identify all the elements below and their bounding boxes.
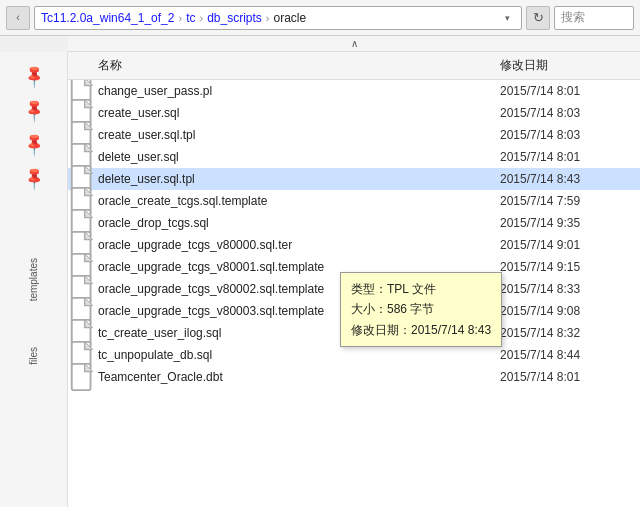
column-header: 名称 修改日期 [68,52,640,80]
tooltip-size-label: 大小： [351,302,387,316]
search-box[interactable]: 搜索 [554,6,634,30]
breadcrumb-sep-0: › [178,12,182,24]
sidebar-label-files: files [28,347,39,365]
tooltip-type-label: 类型： [351,282,387,296]
sort-indicator-row: ∧ [68,36,640,52]
breadcrumb-item-0[interactable]: Tc11.2.0a_win64_1_of_2 [41,11,174,25]
refresh-button[interactable]: ↻ [526,6,550,30]
table-row[interactable]: oracle_create_tcgs.sql.template 2015/7/1… [68,190,640,212]
file-date: 2015/7/14 9:01 [500,238,640,252]
breadcrumb-sep-2: › [266,12,270,24]
file-name: create_user.sql [98,106,500,120]
main-layout: 📌 📌 📌 📌 templates files 名称 修改日期 change_u… [0,52,640,507]
file-area[interactable]: 名称 修改日期 change_user_pass.pl 2015/7/14 8:… [68,52,640,507]
sidebar-label-templates: templates [28,258,39,301]
file-date: 2015/7/14 8:03 [500,128,640,142]
tooltip-type-value: TPL 文件 [387,282,436,296]
col-header-date[interactable]: 修改日期 [500,57,640,74]
table-row[interactable]: tc_unpopulate_db.sql 2015/7/14 8:44 [68,344,640,366]
table-row[interactable]: delete_user.sql 2015/7/14 8:01 [68,146,640,168]
breadcrumb-item-1[interactable]: tc [186,11,195,25]
tooltip-date: 修改日期：2015/7/14 8:43 [351,320,491,340]
file-name: tc_unpopulate_db.sql [98,348,500,362]
tooltip-date-label: 修改日期： [351,323,411,337]
file-date: 2015/7/14 8:01 [500,150,640,164]
table-row[interactable]: Teamcenter_Oracle.dbt 2015/7/14 8:01 [68,366,640,388]
table-row[interactable]: create_user.sql.tpl 2015/7/14 8:03 [68,124,640,146]
file-icon [68,362,98,392]
file-name: change_user_pass.pl [98,84,500,98]
file-date: 2015/7/14 8:44 [500,348,640,362]
table-row[interactable]: change_user_pass.pl 2015/7/14 8:01 [68,80,640,102]
file-date: 2015/7/14 9:15 [500,260,640,274]
address-bar[interactable]: Tc11.2.0a_win64_1_of_2 › tc › db_scripts… [34,6,522,30]
table-row[interactable]: delete_user.sql.tpl 2015/7/14 8:43 [68,168,640,190]
tooltip-size: 大小：586 字节 [351,299,491,319]
sidebar: 📌 📌 📌 📌 templates files [0,52,68,507]
file-date: 2015/7/14 8:43 [500,172,640,186]
table-row[interactable]: oracle_upgrade_tcgs_v80000.sql.ter 2015/… [68,234,640,256]
pin-icon-3[interactable]: 📌 [14,158,54,198]
top-bar: ‹ Tc11.2.0a_win64_1_of_2 › tc › db_scrip… [0,0,640,36]
file-name: delete_user.sql.tpl [98,172,500,186]
col-header-name[interactable]: 名称 [68,57,500,74]
breadcrumb-current: oracle [274,11,307,25]
file-name: oracle_create_tcgs.sql.template [98,194,500,208]
file-date: 2015/7/14 8:32 [500,326,640,340]
table-row[interactable]: oracle_drop_tcgs.sql 2015/7/14 9:35 [68,212,640,234]
file-date: 2015/7/14 9:35 [500,216,640,230]
file-name: oracle_drop_tcgs.sql [98,216,500,230]
table-row[interactable]: create_user.sql 2015/7/14 8:03 [68,102,640,124]
file-tooltip: 类型：TPL 文件 大小：586 字节 修改日期：2015/7/14 8:43 [340,272,502,347]
sort-arrow-icon: ∧ [351,35,358,53]
tooltip-date-value: 2015/7/14 8:43 [411,323,491,337]
file-name: create_user.sql.tpl [98,128,500,142]
back-button[interactable]: ‹ [6,6,30,30]
tooltip-size-value: 586 字节 [387,302,434,316]
tooltip-type: 类型：TPL 文件 [351,279,491,299]
file-date: 2015/7/14 8:01 [500,84,640,98]
file-name: delete_user.sql [98,150,500,164]
file-date: 2015/7/14 8:33 [500,282,640,296]
breadcrumb-sep-1: › [199,12,203,24]
file-date: 2015/7/14 7:59 [500,194,640,208]
file-date: 2015/7/14 9:08 [500,304,640,318]
file-name: oracle_upgrade_tcgs_v80000.sql.ter [98,238,500,252]
dropdown-arrow-icon[interactable]: ▾ [499,10,515,26]
breadcrumb-item-2[interactable]: db_scripts [207,11,262,25]
file-date: 2015/7/14 8:01 [500,370,640,384]
file-name: Teamcenter_Oracle.dbt [98,370,500,384]
file-date: 2015/7/14 8:03 [500,106,640,120]
